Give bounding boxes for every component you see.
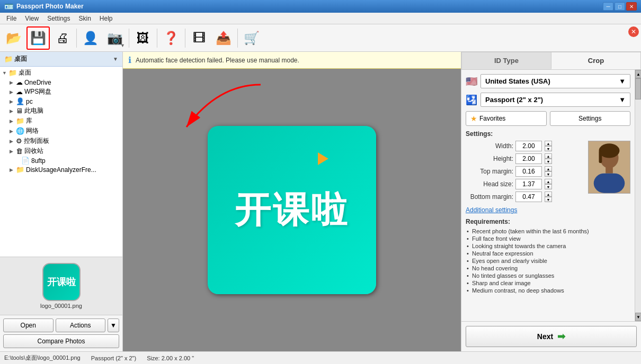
compare-photos-button[interactable]: Compare Photos xyxy=(3,334,119,348)
status-size: Size: 2.00 x 2.00 " xyxy=(147,355,194,361)
actions-dropdown-button[interactable]: ▼ xyxy=(108,319,119,332)
favorites-button[interactable]: ★ Favorites xyxy=(466,111,547,126)
field-input-height[interactable] xyxy=(515,153,542,164)
main-container: 📁 桌面 ▼ ▼ 📁 桌面 ▶ ☁ OneDrive ▶ ☁ WPS网盘 xyxy=(0,52,641,351)
tree-item-label: 网络 xyxy=(26,126,39,135)
tree-item-mycomputer[interactable]: ▶ 🖥 此电脑 xyxy=(0,106,122,116)
edit-button[interactable]: 🖼 xyxy=(131,26,155,50)
spin-down-bottom-margin[interactable]: ▼ xyxy=(545,197,552,202)
field-row-top-margin: Top margin: ▲ ▼ xyxy=(466,166,584,177)
tree-item-pc[interactable]: ▶ 👤 pc xyxy=(0,97,122,106)
tree-item-recyclebin[interactable]: ▶ 🗑 回收站 xyxy=(0,146,122,156)
open-actions-row: Open Actions ▼ xyxy=(3,319,119,332)
tree-expander-icon: ▶ xyxy=(10,139,16,144)
country-selector[interactable]: United States (USA) ▼ xyxy=(480,74,630,88)
tab-id-type[interactable]: ID Type xyxy=(461,52,551,69)
center-area: ℹ Automatic face detection failed. Pleas… xyxy=(123,52,461,351)
spin-up-head-size[interactable]: ▲ xyxy=(545,179,552,184)
scroll-up-button[interactable]: ▲ xyxy=(635,70,641,78)
close-button[interactable]: ✕ xyxy=(626,2,637,11)
toolbar-close-button[interactable]: ✕ xyxy=(628,26,639,37)
spinner-height: ▲ ▼ xyxy=(545,153,552,164)
tree-item-network[interactable]: ▶ 🌐 网络 xyxy=(0,126,122,136)
field-input-width[interactable] xyxy=(515,141,542,151)
tree-item-8uftp[interactable]: 📄 8uftp xyxy=(0,156,122,165)
field-label-bottom-margin: Bottom margin: xyxy=(466,193,513,201)
doc-type-name: Passport (2" x 2") xyxy=(485,96,543,104)
cart-button[interactable]: 🛒 xyxy=(240,26,263,50)
menu-view[interactable]: View xyxy=(21,14,43,23)
open-button[interactable]: Open xyxy=(3,319,54,332)
scroll-thumb[interactable] xyxy=(635,78,641,99)
next-button[interactable]: Next ➡ xyxy=(466,326,637,347)
help-button[interactable]: ❓ xyxy=(159,26,183,50)
country-selector-row: 🇺🇸 United States (USA) ▼ xyxy=(466,74,630,88)
field-input-bottom-margin[interactable] xyxy=(515,192,542,202)
camera-button[interactable]: 📷 ▼ xyxy=(103,26,127,50)
folder-icon: 📁 xyxy=(16,166,24,174)
tab-crop[interactable]: Crop xyxy=(551,52,641,69)
tree-header-arrow-icon: ▼ xyxy=(113,56,118,62)
country-flag-icon: 🇺🇸 xyxy=(466,76,477,87)
additional-settings-link[interactable]: Additional settings xyxy=(466,206,630,214)
spin-down-width[interactable]: ▼ xyxy=(545,146,552,151)
scroll-down-button[interactable]: ▼ xyxy=(635,313,641,321)
toolbar-separator-2 xyxy=(129,29,129,48)
tree-header[interactable]: 📁 桌面 ▼ xyxy=(0,52,122,67)
menu-file[interactable]: File xyxy=(2,14,21,23)
field-input-head-size[interactable] xyxy=(515,179,542,189)
open-file-button[interactable]: 📂 xyxy=(2,26,25,50)
print-button[interactable]: 🖨 xyxy=(51,26,74,50)
tree-item-controlpanel[interactable]: ▶ ⚙ 控制面板 xyxy=(0,136,122,146)
field-input-top-margin[interactable] xyxy=(515,166,542,177)
actions-button[interactable]: Actions xyxy=(56,319,106,332)
tree-item-onedrive[interactable]: ▶ ☁ OneDrive xyxy=(0,78,122,87)
spinner-width: ▲ ▼ xyxy=(545,141,552,151)
field-row-width: Width: ▲ ▼ xyxy=(466,141,584,151)
menu-settings[interactable]: Settings xyxy=(43,14,74,23)
tree-item-library[interactable]: ▶ 📁 库 xyxy=(0,116,122,126)
tree-expander-icon: ▶ xyxy=(10,167,16,172)
tree-expander-icon: ▶ xyxy=(10,99,16,104)
spin-down-head-size[interactable]: ▼ xyxy=(545,184,552,189)
tree-item-diskusage[interactable]: ▶ 📁 DiskUsageAnalyzerFre... xyxy=(0,165,122,174)
save-button[interactable]: 💾 xyxy=(26,26,50,50)
canvas-area[interactable]: 开课啦 xyxy=(123,69,461,351)
tree-item-label: pc xyxy=(26,98,33,105)
film-button[interactable]: 🎞 xyxy=(188,26,211,50)
export-button[interactable]: 📤 xyxy=(212,26,235,50)
menu-skin[interactable]: Skin xyxy=(75,14,95,23)
req-item-8: Sharp and clear image xyxy=(466,279,630,287)
minimize-button[interactable]: ─ xyxy=(603,2,613,11)
req-item-1: Recent photo (taken within the last 6 mo… xyxy=(466,228,630,235)
settings-grid: Width: ▲ ▼ Height: xyxy=(466,141,630,204)
settings-button[interactable]: Settings xyxy=(550,111,631,126)
spin-down-top-margin[interactable]: ▼ xyxy=(545,171,552,177)
spin-down-height[interactable]: ▼ xyxy=(545,159,552,164)
country-name: United States (USA) xyxy=(485,77,550,85)
spinner-head-size: ▲ ▼ xyxy=(545,179,552,189)
req-item-3: Looking straight towards the camera xyxy=(466,242,630,250)
spinner-bottom-margin: ▲ ▼ xyxy=(545,192,552,202)
right-panel: ID Type Crop 🇺🇸 United States (USA) ▼ xyxy=(461,52,641,351)
maximize-button[interactable]: □ xyxy=(615,2,625,11)
tree-expander-icon: ▶ xyxy=(10,129,16,134)
cart-icon: 🛒 xyxy=(244,32,260,44)
doc-type-selector[interactable]: Passport (2" x 2") ▼ xyxy=(480,93,630,107)
preview-text: 开课啦 xyxy=(235,186,349,234)
tree-item-desktop-root[interactable]: ▼ 📁 桌面 xyxy=(0,68,122,78)
toolbar-separator-3 xyxy=(157,29,157,48)
tree-item-wps[interactable]: ▶ ☁ WPS网盘 xyxy=(0,87,122,97)
spin-up-top-margin[interactable]: ▲ xyxy=(545,166,552,171)
spin-up-height[interactable]: ▲ xyxy=(545,153,552,159)
folder-icon: 📁 xyxy=(16,117,24,125)
spin-up-bottom-margin[interactable]: ▲ xyxy=(545,192,552,197)
menu-help[interactable]: Help xyxy=(95,14,117,23)
right-scrollbar[interactable]: ▲ ▼ xyxy=(635,70,641,321)
id-photo-icon: 👤 xyxy=(83,32,99,44)
next-arrow-icon: ➡ xyxy=(557,331,565,342)
spin-up-width[interactable]: ▲ xyxy=(545,141,552,146)
toolbar-separator-4 xyxy=(185,29,185,48)
preview-image: 开课啦 xyxy=(208,126,376,294)
id-photo-button[interactable]: 👤 xyxy=(79,26,102,50)
